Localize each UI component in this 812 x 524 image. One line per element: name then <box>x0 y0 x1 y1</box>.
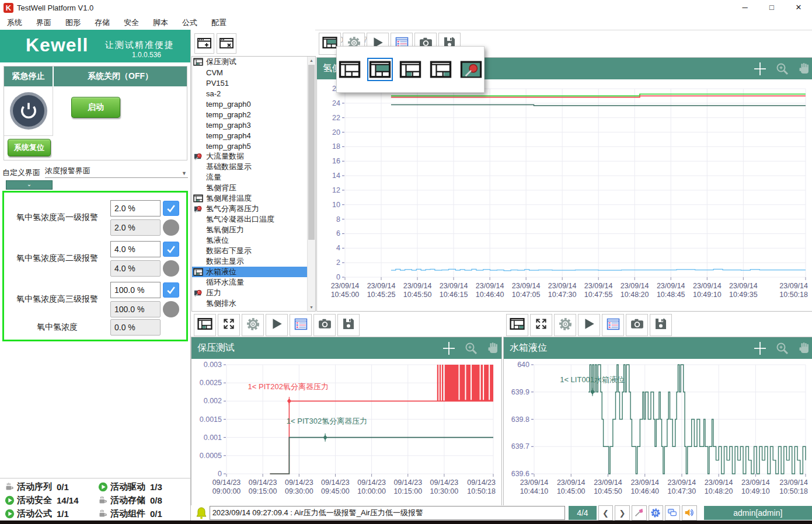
tank-chart[interactable]: 639.6639.7639.8639.964023/09/1410:44:102… <box>504 359 811 504</box>
list-item-temp_graph2[interactable]: temp_graph2 <box>192 109 315 120</box>
emergency-stop-button[interactable] <box>10 92 47 130</box>
list-item-水箱液位[interactable]: 水箱液位 <box>192 267 315 277</box>
minimize-button[interactable]: ─ <box>731 0 758 15</box>
scroll-up-icon[interactable]: ▲ <box>308 57 315 64</box>
bp-table-button[interactable] <box>290 314 312 336</box>
svg-text:09:15:00: 09:15:00 <box>249 487 277 495</box>
alarm-setpoint-input[interactable]: 4.0 % <box>110 241 161 257</box>
layout-option-top[interactable] <box>367 58 393 81</box>
list-item-保压测试[interactable]: 保压测试 <box>192 57 315 67</box>
next-page-button[interactable]: ❯ <box>615 505 630 520</box>
zoom-icon[interactable] <box>464 341 478 355</box>
cup-icon <box>5 482 15 492</box>
svg-text:18: 18 <box>332 142 340 151</box>
list-item-氢气冷凝器出口温度[interactable]: 氢气冷凝器出口温度 <box>192 214 315 225</box>
tank-table-button[interactable] <box>602 314 624 336</box>
hand-icon[interactable] <box>486 341 500 355</box>
list-item-氢侧尾排温度[interactable]: 氢侧尾排温度 <box>192 193 315 204</box>
save-icon <box>341 317 356 333</box>
bp-expand-button[interactable] <box>218 314 240 336</box>
list-item-大流量数据[interactable]: 大流量数据 <box>192 151 315 162</box>
list-item-数据右下显示[interactable]: 数据右下显示 <box>192 246 315 256</box>
list-item-氢侧背压[interactable]: 氢侧背压 <box>192 183 315 193</box>
svg-text:09/14/23: 09/14/23 <box>212 478 241 487</box>
list-item-循环水流量[interactable]: 循环水流量 <box>192 277 315 288</box>
alarm-setpoint-input[interactable]: 100.0 % <box>110 282 161 298</box>
list-item-数据主显示[interactable]: 数据主显示 <box>192 256 315 267</box>
broom-button[interactable] <box>632 505 647 520</box>
crosshair-icon[interactable] <box>442 341 456 355</box>
current-user[interactable]: admin[admin] <box>704 506 812 520</box>
bp-chart[interactable]: 00.00050.0010.00150.0020.00250.00309/14/… <box>191 359 500 504</box>
tank-play-button[interactable] <box>578 314 600 336</box>
list-item-sa-2[interactable]: sa-2 <box>192 88 315 99</box>
menu-item-2[interactable]: 界面 <box>29 15 58 30</box>
svg-text:1< LIT001水箱液位: 1< LIT001水箱液位 <box>560 375 625 384</box>
crosshair-icon[interactable] <box>753 62 767 76</box>
menu-item-7[interactable]: 公式 <box>175 15 204 30</box>
list-item-PV151[interactable]: PV151 <box>192 78 315 88</box>
layout-option-br[interactable] <box>428 58 454 81</box>
list-item-流量[interactable]: 流量 <box>192 172 315 183</box>
list-item-氢侧排水[interactable]: 氢侧排水 <box>192 298 315 309</box>
layout-option-bl[interactable] <box>398 58 423 81</box>
list-item-temp_graph5[interactable]: temp_graph5 <box>192 141 315 151</box>
custom-ui-dropdown[interactable]: 浓度报警界面 ▼ <box>45 166 188 178</box>
list-scrollbar[interactable]: ▲ ▼ <box>307 57 315 311</box>
svg-text:10:47:30: 10:47:30 <box>668 487 696 495</box>
alarm-enable-checkbox[interactable] <box>163 242 179 257</box>
tank-layout-br-button[interactable] <box>506 314 528 336</box>
list-item-基础数据显示[interactable]: 基础数据显示 <box>192 162 315 172</box>
system-reset-button[interactable]: 系统复位 <box>8 139 51 156</box>
prev-page-button[interactable]: ❮ <box>598 505 614 520</box>
svg-text:10:45:00: 10:45:00 <box>331 291 360 299</box>
zoom-icon[interactable] <box>775 62 789 76</box>
menu-item-5[interactable]: 安全 <box>117 15 146 30</box>
tank-expand-button[interactable] <box>530 314 552 336</box>
window-close-button[interactable] <box>217 33 236 54</box>
zoom-icon[interactable] <box>775 341 789 355</box>
bp-camera-button[interactable] <box>313 314 336 336</box>
list-item-temp_graph4[interactable]: temp_graph4 <box>192 130 315 141</box>
start-button[interactable]: 启动 <box>71 97 120 118</box>
list-item-氢气分离器压力[interactable]: 氢气分离器压力 <box>192 204 315 214</box>
list-item-temp_graph3[interactable]: temp_graph3 <box>192 120 315 130</box>
main-chart[interactable]: 0246810121416182022242623/09/1410:45:002… <box>317 79 811 310</box>
tank-camera-button[interactable] <box>626 314 648 336</box>
scroll-thumb[interactable] <box>308 65 315 240</box>
list-item-氢氧侧压力[interactable]: 氢氧侧压力 <box>192 225 315 235</box>
bp-layout-bl-button[interactable] <box>194 314 216 336</box>
alarm-setpoint-input[interactable]: 2.0 % <box>110 200 161 216</box>
message-button[interactable] <box>665 505 680 520</box>
layout-option-plain[interactable] <box>337 58 363 81</box>
menu-item-8[interactable]: 配置 <box>204 15 234 30</box>
alarm-message[interactable]: 2023/09/14 09:27:09.4 : Air压力低一级报警_Air压力… <box>210 506 566 520</box>
scroll-down-icon[interactable]: ▼ <box>308 303 315 311</box>
window-add-button[interactable] <box>194 33 214 54</box>
list-item-氢液位[interactable]: 氢液位 <box>192 235 315 246</box>
close-button[interactable]: ✕ <box>785 0 812 15</box>
layout-option-pin[interactable] <box>458 58 484 81</box>
hand-icon[interactable] <box>797 62 811 76</box>
bp-gear-button[interactable] <box>242 314 264 336</box>
tank-save-button[interactable] <box>650 314 672 336</box>
bp-save-button[interactable] <box>337 314 360 336</box>
alarm-config-button[interactable]: ! <box>649 505 664 520</box>
list-item-压力[interactable]: 压力 <box>192 288 315 298</box>
chevron-down-icon: ▼ <box>182 170 187 176</box>
menu-item-1[interactable]: 系统 <box>0 15 29 30</box>
menu-item-3[interactable]: 图形 <box>58 15 88 30</box>
list-item-temp_graph0[interactable]: temp_graph0 <box>192 99 315 109</box>
maximize-button[interactable]: □ <box>758 0 785 15</box>
hand-icon[interactable] <box>797 341 811 355</box>
crosshair-icon[interactable] <box>753 341 767 355</box>
list-item-CVM[interactable]: CVM <box>192 67 315 78</box>
alarm-enable-checkbox[interactable] <box>163 282 179 298</box>
menu-item-6[interactable]: 脚本 <box>146 15 175 30</box>
collapse-tab[interactable]: ⌄ <box>6 180 53 190</box>
alarm-enable-checkbox[interactable] <box>163 201 179 216</box>
tank-gear-button[interactable] <box>554 314 576 336</box>
sound-button[interactable] <box>682 505 697 520</box>
menu-item-4[interactable]: 存储 <box>88 15 117 30</box>
bp-play-button[interactable] <box>266 314 288 336</box>
